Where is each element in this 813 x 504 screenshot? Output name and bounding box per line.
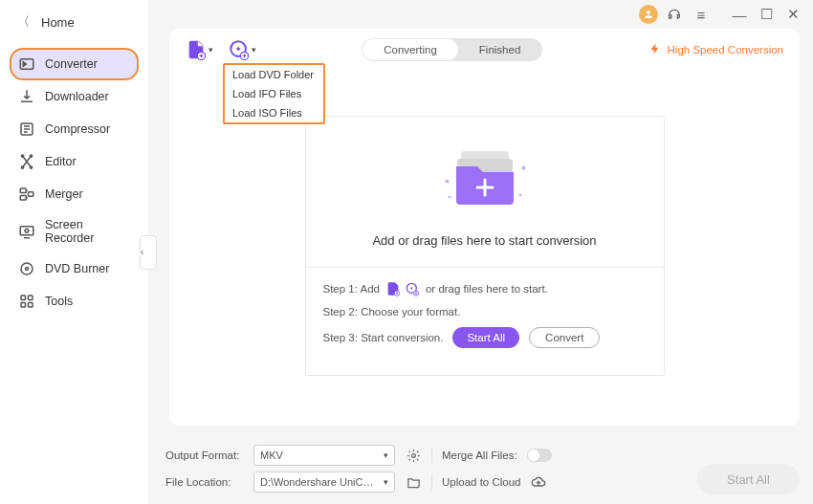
sidebar-item-editor[interactable]: Editor bbox=[10, 145, 139, 178]
sidebar-item-label: Merger bbox=[45, 187, 83, 201]
chevron-down-icon: ▾ bbox=[252, 45, 256, 55]
editor-icon bbox=[18, 153, 35, 170]
back-icon[interactable]: 〈 bbox=[17, 13, 30, 31]
hsc-label: High Speed Conversion bbox=[668, 44, 783, 55]
sidebar-item-screen-recorder[interactable]: Screen Recorder bbox=[10, 210, 139, 252]
content-panel: ▾ ▾ Converting Finished High Speed Conve… bbox=[169, 29, 800, 426]
high-speed-conversion-button[interactable]: High Speed Conversion bbox=[648, 42, 783, 57]
mini-add-disc-icon bbox=[405, 281, 420, 296]
add-disc-button[interactable]: ▾ bbox=[229, 39, 256, 60]
downloader-icon bbox=[18, 88, 35, 105]
output-format-label: Output Format: bbox=[165, 449, 244, 461]
sidebar-item-label: Screen Recorder bbox=[45, 218, 130, 245]
compressor-icon bbox=[18, 121, 35, 138]
home-title: Home bbox=[41, 15, 75, 30]
dropzone-title: Add or drag files here to start conversi… bbox=[316, 233, 654, 248]
chevron-down-icon: ▾ bbox=[384, 477, 388, 487]
sidebar-item-dvd-burner[interactable]: DVD Burner bbox=[10, 252, 139, 285]
merge-all-toggle[interactable] bbox=[527, 449, 552, 462]
sidebar-item-compressor[interactable]: Compressor bbox=[10, 113, 139, 145]
step1-text-b: or drag files here to start. bbox=[426, 283, 548, 295]
svg-point-28 bbox=[410, 287, 412, 289]
sidebar-item-tools[interactable]: Tools bbox=[10, 285, 139, 318]
svg-rect-14 bbox=[29, 296, 33, 300]
sidebar-item-label: DVD Burner bbox=[45, 262, 109, 275]
start-all-button[interactable]: Start All bbox=[697, 464, 800, 494]
tab-finished[interactable]: Finished bbox=[458, 39, 541, 60]
screen-recorder-icon bbox=[18, 223, 35, 240]
file-location-value: D:\Wondershare UniConverter 1 bbox=[260, 476, 375, 488]
dropdown-load-dvd[interactable]: Load DVD Folder bbox=[225, 65, 323, 84]
sidebar-item-label: Editor bbox=[45, 155, 77, 168]
convert-pill-button[interactable]: Convert bbox=[529, 327, 600, 348]
svg-point-17 bbox=[647, 11, 650, 14]
output-format-value: MKV bbox=[260, 449, 283, 461]
start-all-pill-button[interactable]: Start All bbox=[452, 327, 519, 348]
menu-icon[interactable]: ≡ bbox=[691, 4, 712, 25]
svg-rect-8 bbox=[29, 192, 33, 197]
sidebar-header: 〈 Home bbox=[0, 0, 148, 44]
disc-dropdown: Load DVD Folder Load IFO Files Load ISO … bbox=[223, 63, 325, 124]
dropdown-load-ifo[interactable]: Load IFO Files bbox=[225, 84, 323, 103]
dropzone[interactable]: Add or drag files here to start conversi… bbox=[305, 116, 665, 376]
sidebar-item-downloader[interactable]: Downloader bbox=[10, 80, 139, 113]
svg-rect-13 bbox=[21, 296, 26, 300]
headset-icon[interactable] bbox=[664, 4, 685, 25]
tools-icon bbox=[18, 293, 35, 310]
step1-text-a: Step 1: Add bbox=[323, 283, 380, 295]
folder-illustration-icon bbox=[316, 140, 654, 216]
close-icon[interactable]: ✕ bbox=[782, 4, 803, 25]
step3-text: Step 3: Start conversion. bbox=[323, 332, 444, 343]
sidebar-item-merger[interactable]: Merger bbox=[10, 178, 139, 210]
titlebar: ≡ — ☐ ✕ bbox=[148, 0, 813, 29]
upload-to-cloud-label: Upload to Cloud bbox=[442, 476, 520, 488]
svg-rect-16 bbox=[29, 303, 33, 308]
user-avatar-icon[interactable] bbox=[639, 5, 658, 24]
svg-rect-7 bbox=[20, 196, 26, 201]
svg-rect-6 bbox=[20, 188, 26, 193]
file-location-label: File Location: bbox=[165, 476, 244, 488]
open-folder-icon[interactable] bbox=[405, 473, 422, 491]
status-tabs: Converting Finished bbox=[362, 38, 542, 61]
svg-point-12 bbox=[26, 268, 29, 271]
bolt-icon bbox=[648, 42, 662, 57]
add-file-icon bbox=[186, 39, 207, 60]
step-1: Step 1: Add or drag files here to start. bbox=[323, 281, 647, 296]
step-3: Step 3: Start conversion. Start All Conv… bbox=[323, 327, 647, 348]
add-file-button[interactable]: ▾ bbox=[186, 39, 213, 60]
svg-rect-15 bbox=[21, 303, 26, 308]
converter-icon bbox=[18, 55, 35, 73]
sidebar-item-label: Tools bbox=[45, 295, 73, 308]
svg-point-20 bbox=[236, 47, 240, 51]
tab-converting[interactable]: Converting bbox=[363, 39, 458, 60]
svg-point-24 bbox=[448, 195, 450, 198]
step-2: Step 2: Choose your format. bbox=[323, 306, 647, 318]
maximize-icon[interactable]: ☐ bbox=[756, 4, 777, 25]
sidebar-item-label: Compressor bbox=[45, 122, 110, 136]
svg-rect-9 bbox=[20, 227, 33, 235]
output-settings-icon[interactable] bbox=[405, 447, 422, 464]
chevron-down-icon: ▾ bbox=[209, 45, 213, 55]
svg-point-25 bbox=[518, 193, 521, 196]
dvd-burner-icon bbox=[18, 260, 35, 277]
svg-point-10 bbox=[25, 229, 29, 232]
sidebar-item-label: Downloader bbox=[45, 90, 109, 103]
mini-add-file-icon bbox=[385, 281, 401, 296]
chevron-down-icon: ▾ bbox=[384, 450, 388, 460]
merger-icon bbox=[18, 186, 35, 203]
sidebar-collapse-button[interactable]: ‹ bbox=[140, 235, 157, 270]
sidebar-item-converter[interactable]: Converter bbox=[10, 48, 139, 80]
upload-cloud-icon[interactable] bbox=[530, 473, 547, 491]
minimize-icon[interactable]: — bbox=[729, 4, 750, 25]
output-format-select[interactable]: MKV ▾ bbox=[253, 445, 395, 466]
add-disc-icon bbox=[229, 39, 250, 60]
svg-point-30 bbox=[411, 453, 415, 457]
svg-point-11 bbox=[21, 263, 33, 274]
sidebar: 〈 Home Converter Downloader Compressor bbox=[0, 0, 148, 504]
file-location-select[interactable]: D:\Wondershare UniConverter 1 ▾ bbox=[253, 471, 395, 493]
dropdown-load-iso[interactable]: Load ISO Files bbox=[225, 103, 323, 122]
sidebar-item-label: Converter bbox=[45, 57, 98, 71]
merge-all-label: Merge All Files: bbox=[442, 449, 517, 461]
